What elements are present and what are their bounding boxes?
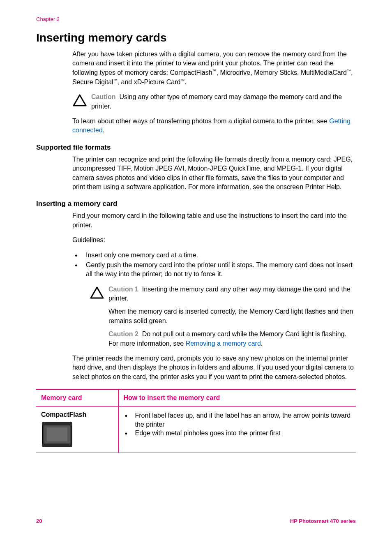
memory-card-table: Memory card How to insert the memory car… — [36, 389, 356, 453]
supported-formats-heading: Supported file formats — [36, 143, 356, 152]
list-item: Gently push the memory card into the pri… — [72, 261, 356, 279]
list-item: Front label faces up, and if the label h… — [124, 411, 351, 429]
learn-more-paragraph: To learn about other ways of transferrin… — [72, 117, 356, 135]
svg-rect-4 — [47, 427, 67, 441]
page-number: 20 — [36, 518, 42, 524]
caution-block: Caution 1 Inserting the memory card any … — [90, 285, 356, 348]
svg-rect-2 — [42, 422, 72, 425]
card-name-compactflash: CompactFlash — [41, 411, 113, 418]
caution-triangle-icon — [72, 93, 87, 108]
trademark-symbol: ™ — [212, 69, 217, 73]
caution-text: Caution Using any other type of memory c… — [91, 92, 356, 111]
compactflash-card-icon — [41, 421, 73, 448]
trademark-symbol: ™ — [180, 78, 184, 83]
intro-text-4: , and xD-Picture Card — [118, 79, 181, 85]
removing-memory-card-link[interactable]: Removing a memory card — [186, 340, 261, 347]
guidelines-list: Insert only one memory card at a time. G… — [72, 251, 356, 279]
caution-body: Using any other type of memory card may … — [91, 93, 342, 109]
inserted-correctly-text: When the memory card is inserted correct… — [108, 307, 356, 326]
caution-suffix: . — [261, 340, 263, 347]
guidelines-label: Guidelines: — [72, 236, 356, 245]
instructions-list: Front label faces up, and if the label h… — [124, 411, 351, 438]
caution-text: Caution 2 Do not pull out a memory card … — [108, 330, 356, 348]
table-header-how-to-insert: How to insert the memory card — [118, 389, 356, 407]
printer-reads-paragraph: The printer reads the memory card, promp… — [72, 354, 356, 381]
card-cell: CompactFlash — [36, 407, 118, 453]
caution-label: Caution — [91, 93, 116, 100]
learn-prefix: To learn about other ways of transferrin… — [72, 118, 329, 125]
page-footer: 20 HP Photosmart 470 series — [36, 518, 356, 524]
caution-triangle-icon — [90, 286, 104, 300]
caution-block: Caution Using any other type of memory c… — [72, 92, 356, 111]
caution-column: Caution 1 Inserting the memory card any … — [108, 285, 356, 348]
list-item: Edge with metal pinholes goes into the p… — [124, 429, 351, 438]
table-header-memory-card: Memory card — [36, 389, 118, 407]
instructions-cell: Front label faces up, and if the label h… — [118, 407, 356, 453]
trademark-symbol: ™ — [113, 78, 118, 83]
supported-formats-body: The printer can recognize and print the … — [72, 155, 356, 192]
caution-text: Caution 1 Inserting the memory card any … — [108, 285, 356, 303]
inserting-intro: Find your memory card in the following t… — [72, 211, 356, 230]
intro-text-5: . — [184, 79, 186, 85]
intro-paragraph: After you have taken pictures with a dig… — [72, 50, 356, 87]
list-item: Insert only one memory card at a time. — [72, 251, 356, 260]
product-name: HP Photosmart 470 series — [290, 518, 356, 524]
caution-label: Caution 2 — [108, 330, 138, 337]
trademark-symbol: ™ — [347, 69, 351, 73]
chapter-header: Chapter 2 — [36, 16, 356, 22]
learn-suffix: . — [103, 127, 104, 134]
intro-text-2: , Microdrive, Memory Sticks, MultiMediaC… — [217, 69, 347, 76]
page-title: Inserting memory cards — [36, 31, 356, 44]
svg-rect-3 — [42, 444, 72, 447]
caution-label: Caution 1 — [108, 286, 138, 293]
caution-body: Inserting the memory card any other way … — [108, 286, 350, 302]
inserting-card-heading: Inserting a memory card — [36, 200, 356, 208]
table-row: CompactFlash Front label faces up, and i… — [36, 407, 356, 453]
